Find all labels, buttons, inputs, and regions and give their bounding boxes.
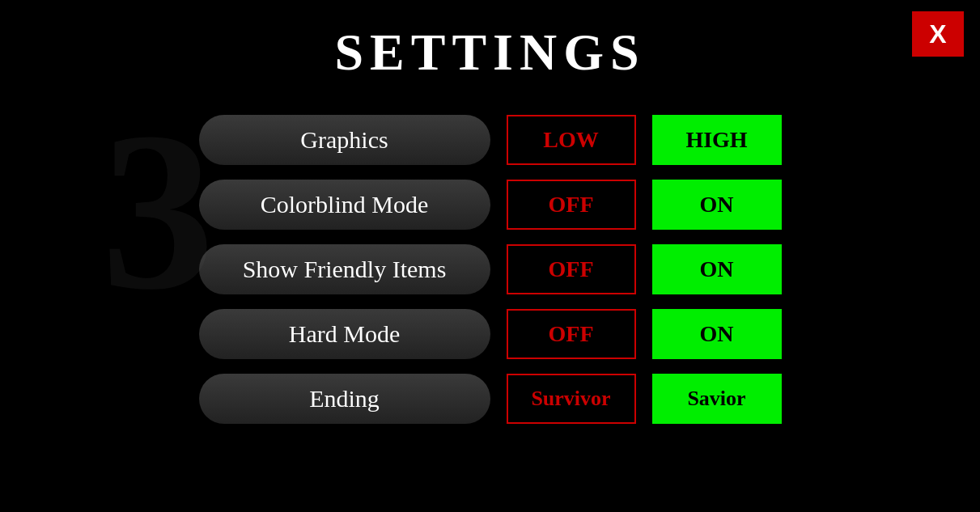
graphics-low-button[interactable]: LOW [507, 115, 636, 165]
settings-row-graphics: Graphics LOW HIGH [199, 115, 782, 165]
colorblind-label: Colorblind Mode [199, 180, 490, 230]
settings-row-ending: Ending Survivor Savior [199, 374, 782, 424]
ending-label: Ending [199, 374, 490, 424]
friendly-items-off-button[interactable]: OFF [507, 244, 636, 294]
ending-savior-button[interactable]: Savior [652, 374, 782, 424]
page-title: SETTINGS [0, 0, 980, 91]
graphics-label: Graphics [199, 115, 490, 165]
hard-mode-off-button[interactable]: OFF [507, 309, 636, 359]
hard-mode-label: Hard Mode [199, 309, 490, 359]
ending-survivor-button[interactable]: Survivor [507, 374, 636, 424]
settings-container: Graphics LOW HIGH Colorblind Mode OFF ON… [0, 115, 980, 424]
close-button[interactable]: X [912, 11, 964, 57]
colorblind-on-button[interactable]: ON [652, 180, 782, 230]
graphics-high-button[interactable]: HIGH [652, 115, 782, 165]
settings-row-colorblind: Colorblind Mode OFF ON [199, 180, 782, 230]
friendly-items-on-button[interactable]: ON [652, 244, 782, 294]
friendly-items-label: Show Friendly Items [199, 244, 490, 294]
hard-mode-on-button[interactable]: ON [652, 309, 782, 359]
colorblind-off-button[interactable]: OFF [507, 180, 636, 230]
settings-row-hard-mode: Hard Mode OFF ON [199, 309, 782, 359]
settings-row-friendly-items: Show Friendly Items OFF ON [199, 244, 782, 294]
